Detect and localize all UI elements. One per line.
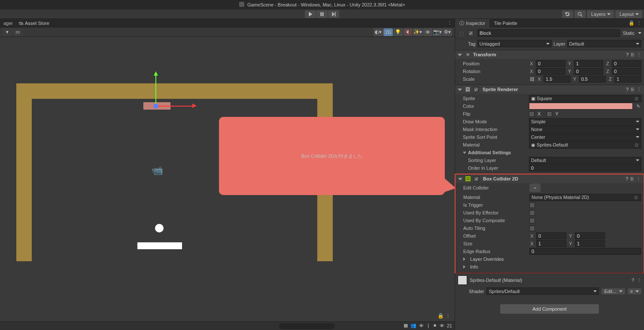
scale-x-input[interactable] [544, 76, 571, 82]
step-button[interactable] [328, 10, 339, 18]
phys-material-field[interactable]: None (Physics Material 2D)⊙ [529, 194, 641, 201]
foldout-icon[interactable] [458, 178, 462, 180]
gizmos-toggle[interactable]: ⚙▾ [443, 28, 452, 36]
sprite-field[interactable]: ▣ Square⊙ [529, 95, 641, 102]
material-header[interactable]: Sprites-Default (Material) ? ⋮ [455, 273, 644, 287]
scale-z-input[interactable] [614, 76, 641, 82]
mask-dropdown[interactable]: None [529, 126, 641, 133]
lock-icon[interactable]: 🔒 [629, 20, 635, 26]
active-checkbox[interactable] [468, 31, 474, 36]
sorting-layer-dropdown[interactable]: Default [529, 157, 641, 164]
eyedropper-icon[interactable]: ✎ [635, 104, 641, 109]
tool-rect-icon[interactable]: ▭ [13, 28, 22, 36]
search-button[interactable] [574, 10, 586, 18]
foldout-icon[interactable] [463, 265, 465, 269]
preset-icon[interactable]: ⎘ [631, 52, 634, 58]
link-icon[interactable]: ⛓ [529, 76, 535, 82]
audio-toggle[interactable]: 🔇 [403, 28, 413, 36]
rotation-y-input[interactable] [574, 68, 604, 75]
help-icon[interactable]: ? [632, 278, 634, 283]
auto-tiling-checkbox[interactable] [529, 226, 535, 231]
cube-icon[interactable]: ⬚ [458, 29, 465, 37]
flip-x-checkbox[interactable] [529, 111, 535, 117]
static-toggle[interactable]: Static [623, 31, 641, 36]
kebab-icon[interactable]: ⋮ [637, 278, 641, 283]
kebab-icon[interactable]: ⋮ [637, 20, 641, 26]
ball-sprite[interactable] [155, 224, 164, 232]
kebab-icon[interactable]: ⋮ [636, 176, 641, 182]
tag-dropdown[interactable]: Untagged [477, 40, 552, 47]
rotation-x-input[interactable] [536, 68, 565, 75]
preset-icon[interactable]: ⎘ [631, 87, 634, 92]
info-label[interactable]: Info [470, 264, 478, 269]
gameobject-name-input[interactable] [477, 29, 620, 37]
sort-point-dropdown[interactable]: Center [529, 134, 641, 141]
color-field[interactable] [529, 103, 633, 110]
is-trigger-checkbox[interactable] [529, 202, 535, 208]
used-by-composite-checkbox[interactable] [529, 218, 535, 223]
undo-history-button[interactable] [562, 10, 573, 18]
position-y-input[interactable] [574, 60, 604, 67]
foldout-icon[interactable] [463, 257, 465, 261]
help-icon[interactable]: ? [626, 52, 629, 58]
footer-icon[interactable]: 👁 [419, 323, 424, 328]
footer-icon[interactable]: ★ [433, 323, 437, 328]
footer-icon[interactable]: 👥 [410, 323, 416, 328]
size-y-input[interactable] [575, 240, 605, 247]
footer-icon[interactable]: ❘ [426, 323, 430, 328]
tab-tile-palette[interactable]: Tile Palette [489, 19, 522, 28]
kebab-icon[interactable]: ⋮ [637, 52, 641, 58]
help-icon[interactable]: ? [626, 87, 629, 92]
layer-dropdown[interactable]: Default [567, 40, 641, 47]
offset-y-input[interactable] [575, 232, 605, 239]
camera-toggle[interactable]: 📷▾ [433, 28, 442, 36]
preset-icon[interactable]: ⎘ [631, 176, 634, 182]
kebab-icon[interactable]: ⋮ [446, 313, 450, 319]
enable-checkbox[interactable] [474, 176, 479, 182]
layers-dropdown[interactable]: Layers [587, 10, 614, 18]
visibility-toggle[interactable]: 👁 [423, 28, 432, 36]
tab-ager[interactable]: ager [3, 21, 13, 26]
pause-button[interactable] [316, 10, 328, 18]
paddle-sprite[interactable] [137, 242, 182, 249]
tool-mode-dropdown[interactable]: ▾ [3, 28, 12, 36]
layer-overrides-label[interactable]: Layer Overrides [470, 257, 504, 262]
2d-toggle[interactable]: 2D [383, 28, 393, 36]
draw-mode-dropdown[interactable]: Simple [529, 118, 641, 125]
tab-asset-store[interactable]: 🛍 Asset Store [18, 21, 49, 26]
material-field[interactable]: ◉ Sprites-Default⊙ [529, 141, 641, 149]
object-picker-icon[interactable]: ⊙ [633, 195, 639, 200]
tab-menu-icon[interactable]: ⋮ [447, 20, 452, 26]
offset-x-input[interactable] [536, 232, 566, 239]
enable-checkbox[interactable] [473, 87, 479, 92]
foldout-icon[interactable] [458, 54, 462, 56]
position-x-input[interactable] [536, 60, 565, 67]
position-z-input[interactable] [612, 60, 641, 67]
shader-dropdown[interactable]: Sprites/Default [486, 287, 599, 295]
kebab-icon[interactable]: ⋮ [637, 87, 641, 92]
object-picker-icon[interactable]: ⊙ [633, 96, 639, 101]
add-component-button[interactable]: Add Component [500, 304, 599, 314]
flip-y-checkbox[interactable] [547, 111, 552, 117]
help-icon[interactable]: ? [626, 176, 628, 182]
footer-icon[interactable]: ▦ [404, 323, 408, 328]
layout-dropdown[interactable]: Layout [615, 10, 642, 18]
camera-gizmo-icon[interactable]: 📹 [152, 165, 163, 176]
project-search-input[interactable] [279, 323, 335, 329]
fx-toggle[interactable]: ✨▾ [413, 28, 422, 36]
object-picker-icon[interactable]: ⊙ [633, 142, 639, 148]
rotation-z-input[interactable] [612, 68, 641, 75]
edit-shader-button[interactable]: Edit... [601, 288, 625, 294]
play-button[interactable] [305, 10, 316, 18]
block-sprite[interactable] [143, 102, 170, 110]
foldout-icon[interactable] [463, 152, 466, 154]
scale-y-input[interactable] [579, 76, 606, 82]
tab-inspector[interactable]: ⓘ Inspector [455, 19, 489, 28]
lighting-toggle[interactable]: 💡 [393, 28, 403, 36]
edit-collider-button[interactable]: ⌁ [529, 183, 541, 192]
used-by-effector-checkbox[interactable] [529, 210, 535, 216]
foldout-icon[interactable] [458, 89, 462, 91]
shader-menu-button[interactable]: ≡ [628, 288, 641, 294]
lock-icon[interactable]: 🔒 [437, 313, 444, 319]
edge-radius-input[interactable] [529, 248, 641, 255]
